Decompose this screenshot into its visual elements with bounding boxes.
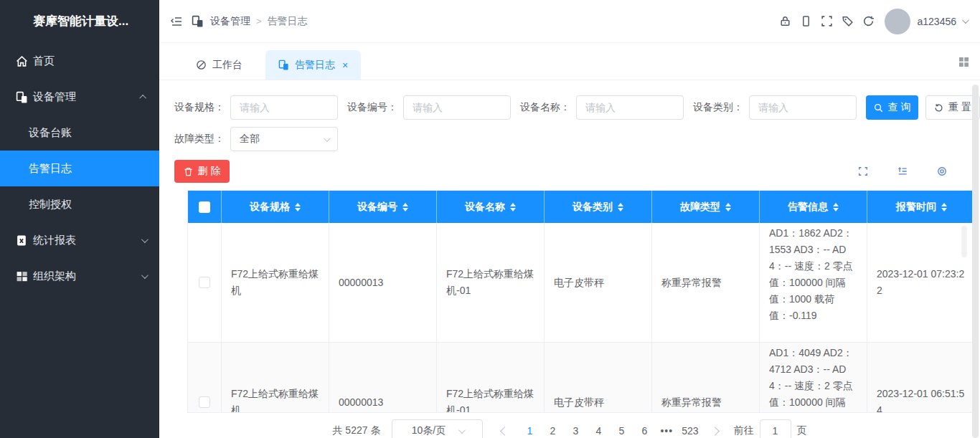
page-number-1[interactable]: 1 [522,425,537,437]
sidebar-item-stats-report[interactable]: 统计报表 [0,222,159,258]
next-page-icon[interactable] [710,427,720,436]
column-header-time[interactable]: 报警时间 [867,191,976,223]
breadcrumb-alarm-log: 告警日志 [268,15,308,28]
app-window: 赛摩智能计量设... 首页 设备管理 设备台账 告警 [0,0,980,438]
chevron-down-icon [324,135,331,142]
table-fullscreen-icon[interactable] [858,166,868,176]
tab-workbench[interactable]: 工作台 [183,50,255,80]
sidebar-item-label: 设备管理 [33,90,76,104]
avatar[interactable] [885,9,910,34]
column-header-spec[interactable]: 设备规格 [222,191,329,223]
collapse-sidebar-icon[interactable] [170,15,183,28]
sidebar-item-label: 首页 [33,54,55,68]
table-row[interactable]: F72上给式称重给煤机 00000013 F72上给式称重给煤机-01 电子皮带… [188,343,976,412]
sidebar-item-home[interactable]: 首页 [0,43,159,79]
sort-icon[interactable] [295,203,301,211]
fault-type-value: 全部 [240,133,260,146]
page-scrollbar-thumb[interactable] [972,85,979,438]
sidebar: 赛摩智能计量设... 首页 设备管理 设备台账 告警 [0,0,159,438]
row-checkbox[interactable] [199,396,210,408]
tab-options-grid-icon[interactable] [958,57,969,67]
grid-icon [16,270,28,282]
delete-button[interactable]: 删 除 [174,160,230,183]
prev-page-icon[interactable] [501,427,510,436]
alarm-log-table: 设备规格 设备编号 设备名称 设备类别 [187,190,976,413]
username[interactable]: a123456 [917,16,956,27]
sidebar-item-org-structure[interactable]: 组织架构 [0,258,159,294]
table-header-row: 设备规格 设备编号 设备名称 设备类别 [188,191,976,223]
refresh-icon[interactable] [862,15,875,27]
sidebar-item-label: 告警日志 [29,162,72,176]
cell-fault: 称重异常报警 [652,343,760,412]
page-size-select[interactable]: 10条/页 [392,419,483,438]
sort-icon[interactable] [618,203,623,211]
tab-bar: 工作台 告警日志 × [159,43,980,80]
table-scrollbar-thumb[interactable] [961,226,967,257]
select-all-header[interactable] [188,191,222,223]
home-icon [16,55,28,67]
sidebar-item-label: 统计报表 [33,234,76,247]
page-number-last[interactable]: 523 [682,425,698,437]
lock-icon[interactable] [779,15,791,27]
device-spec-input[interactable] [230,95,338,120]
table-row[interactable]: F72上给式称重给煤机 00000013 F72上给式称重给煤机-01 电子皮带… [188,223,976,343]
page-number-3[interactable]: 3 [568,425,583,437]
tab-alarm-log[interactable]: 告警日志 × [265,50,361,80]
device-code-input[interactable] [403,95,511,120]
search-button[interactable]: 查 询 [866,95,918,120]
page-size-value: 10条/页 [412,424,446,437]
goto-page-input[interactable] [760,419,791,438]
column-header-code[interactable]: 设备编号 [329,191,437,223]
table-settings-gear-icon[interactable] [937,166,947,176]
row-height-settings-icon[interactable] [897,166,908,176]
select-all-checkbox[interactable] [199,201,210,213]
sidebar-item-control-auth[interactable]: 控制授权 [0,186,159,222]
page-number-4[interactable]: 4 [591,425,606,437]
device-icon [192,15,204,28]
filter-row-2: 故障类型： 全部 [174,127,980,151]
breadcrumb-device-management[interactable]: 设备管理 [210,15,250,28]
page-number-6[interactable]: 6 [637,425,651,437]
column-header-fault[interactable]: 故障类型 [652,191,760,223]
sidebar-item-device-management[interactable]: 设备管理 [0,79,159,115]
tag-icon[interactable] [842,15,854,27]
total-count: 共 5227 条 [332,424,380,437]
table-body: F72上给式称重给煤机 00000013 F72上给式称重给煤机-01 电子皮带… [188,223,976,412]
close-tab-icon[interactable]: × [342,60,348,70]
column-header-category[interactable]: 设备类别 [545,191,652,223]
cell-name: F72上给式称重给煤机-01 [437,223,545,342]
sort-icon[interactable] [941,203,947,211]
fullscreen-icon[interactable] [821,15,833,27]
column-header-name[interactable]: 设备名称 [437,191,545,223]
row-checkbox[interactable] [199,277,210,288]
mobile-preview-icon[interactable] [800,15,812,27]
sidebar-item-label: 组织架构 [33,270,76,283]
table-toolbar: 删 除 [174,160,980,183]
cell-time: 2023-12-01 07:23:22 [867,223,976,342]
sidebar-item-label: 控制授权 [29,198,72,211]
top-right-actions: a123456 [771,9,967,34]
chevron-down-icon[interactable] [962,16,969,24]
page-number-5[interactable]: 5 [614,425,628,437]
cell-code: 00000013 [329,343,437,412]
page-number-2[interactable]: 2 [545,425,560,437]
fault-type-label: 故障类型： [174,133,225,146]
fault-type-select[interactable]: 全部 [230,127,338,151]
filter-row-1: 设备规格： 设备编号： 设备名称： 设备类别： 查 询 [174,95,980,120]
app-title: 赛摩智能计量设... [0,0,159,43]
table-tools [858,166,947,176]
device-name-label: 设备名称： [520,101,570,114]
sort-icon[interactable] [510,203,516,211]
workbench-icon [196,59,207,70]
more-pages-icon[interactable]: ••• [660,425,673,437]
sort-icon[interactable] [725,203,731,211]
sort-icon[interactable] [402,203,408,211]
device-name-input[interactable] [576,95,684,120]
device-icon [278,59,289,70]
device-category-input[interactable] [749,95,857,120]
column-header-info[interactable]: 告警信息 [760,191,867,223]
sidebar-item-alarm-log[interactable]: 告警日志 [0,151,159,186]
sidebar-item-device-ledger[interactable]: 设备台账 [0,115,159,151]
sort-icon[interactable] [833,203,839,211]
cell-alarm-info: AD1：1862 AD2：1553 AD3：-- AD4：-- 速度：2 零点值… [760,223,867,342]
